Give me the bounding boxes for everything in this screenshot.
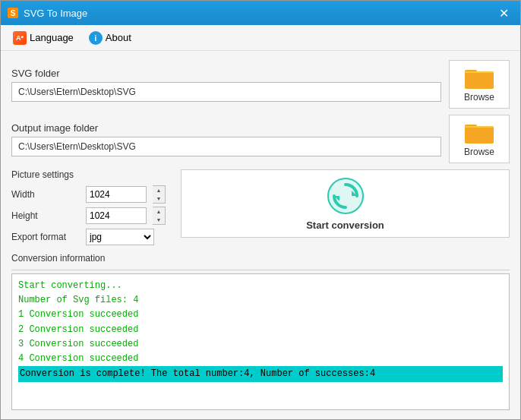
start-button[interactable]: Start conversion <box>181 169 510 238</box>
menu-bar: A* Language i About <box>1 25 520 51</box>
language-icon: A* <box>13 31 27 45</box>
svg-browse-label: Browse <box>464 92 494 103</box>
language-menu-item[interactable]: A* Language <box>7 29 80 47</box>
output-folder-section: Output image folder Browse <box>11 115 510 163</box>
width-row: Width ▲ ▼ <box>11 185 166 204</box>
height-label: Height <box>11 210 80 221</box>
log-line: 2 Conversion succeeded <box>18 323 503 337</box>
info-divider <box>11 270 510 270</box>
svg-folder-label: SVG folder <box>11 68 441 79</box>
conversion-info-section: Conversion information Start converting.… <box>11 253 510 410</box>
svg-browse-button[interactable]: Browse <box>449 60 510 109</box>
log-line: 4 Conversion succeeded <box>18 352 503 366</box>
info-icon: i <box>89 31 103 45</box>
main-content: SVG folder Browse Output image folder <box>1 51 520 419</box>
output-folder-label: Output image folder <box>11 122 441 134</box>
settings-group: Picture settings Width ▲ ▼ Height <box>11 169 166 247</box>
svg-rect-9 <box>465 128 494 143</box>
settings-title: Picture settings <box>11 169 166 180</box>
success-log-line: Conversion is complete! The total number… <box>18 366 503 382</box>
height-down-button[interactable]: ▼ <box>153 216 165 224</box>
svg-rect-5 <box>465 73 494 88</box>
svg-folder-section: SVG folder Browse <box>11 60 510 109</box>
app-icon: S <box>7 7 19 19</box>
close-button[interactable]: ✕ <box>493 2 514 24</box>
width-spinner: ▲ ▼ <box>153 185 166 204</box>
height-row: Height ▲ ▼ <box>11 206 166 226</box>
title-bar-left: S SVG To Image <box>7 7 87 19</box>
format-label: Export format <box>11 232 80 242</box>
title-bar: S SVG To Image ✕ <box>1 1 520 25</box>
width-down-button[interactable]: ▼ <box>153 194 165 203</box>
svg-folder-input[interactable] <box>11 82 441 102</box>
width-input[interactable] <box>86 186 147 203</box>
output-browse-label: Browse <box>464 147 494 157</box>
log-line: 3 Conversion succeeded <box>18 337 503 352</box>
output-browse-button[interactable]: Browse <box>449 115 510 163</box>
folder-icon-1 <box>465 66 494 89</box>
language-label: Language <box>30 32 74 43</box>
main-window: S SVG To Image ✕ A* Language i About SVG… <box>0 0 521 420</box>
height-input[interactable] <box>86 207 147 224</box>
svg-folder-group: SVG folder <box>11 68 441 102</box>
settings-section: Picture settings Width ▲ ▼ Height <box>11 169 510 247</box>
info-box[interactable]: Start converting...Number of Svg files: … <box>11 273 510 410</box>
about-label: About <box>106 32 131 43</box>
window-title: SVG To Image <box>24 8 87 19</box>
log-line: 1 Conversion succeeded <box>18 308 503 322</box>
format-row: Export format jpg png bmp <box>11 227 166 247</box>
about-menu-item[interactable]: i About <box>83 29 137 47</box>
height-spinner: ▲ ▼ <box>153 207 166 225</box>
width-up-button[interactable]: ▲ <box>153 186 165 194</box>
output-folder-input[interactable] <box>11 137 441 156</box>
start-conversion-icon <box>327 177 365 215</box>
start-label: Start conversion <box>306 219 384 231</box>
format-select[interactable]: jpg png bmp <box>86 229 154 245</box>
svg-text:S: S <box>11 9 16 17</box>
folder-icon-2 <box>465 121 494 144</box>
log-line: Start converting... <box>18 279 503 293</box>
output-folder-group: Output image folder <box>11 122 441 156</box>
width-label: Width <box>11 189 80 200</box>
height-up-button[interactable]: ▲ <box>153 207 165 216</box>
info-title: Conversion information <box>11 253 510 264</box>
log-line: Number of Svg files: 4 <box>18 293 503 308</box>
